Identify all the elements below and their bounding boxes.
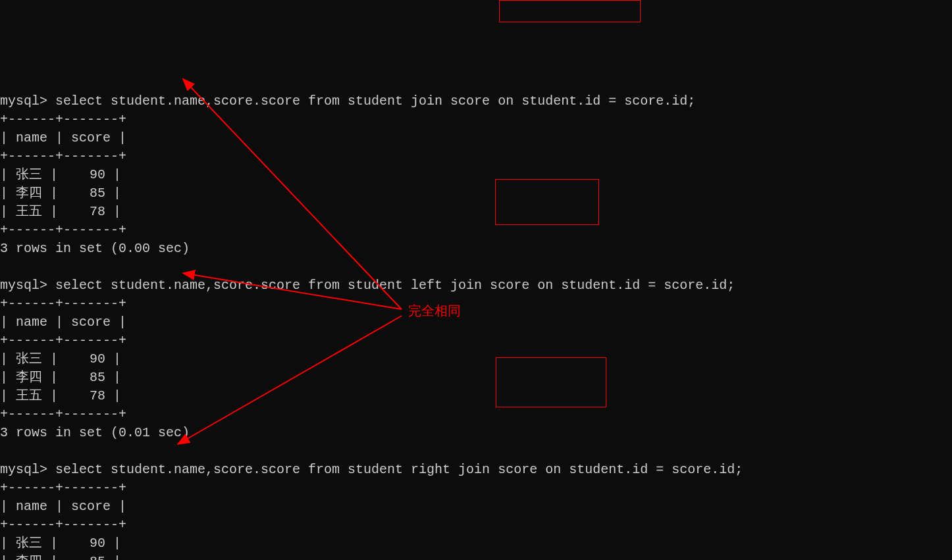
sql-query-1: select student.name,score.score from stu… bbox=[55, 93, 695, 109]
result-footer: 3 rows in set (0.00 sec) bbox=[0, 241, 190, 256]
highlight-box-3 bbox=[496, 357, 606, 407]
col-score: score bbox=[71, 130, 111, 145]
col-score: score bbox=[71, 315, 111, 330]
cell: 90 bbox=[90, 351, 105, 367]
cell: 张三 bbox=[16, 351, 42, 367]
cell: 85 bbox=[90, 554, 105, 560]
cell: 王五 bbox=[16, 204, 42, 219]
col-name: name bbox=[16, 499, 47, 514]
annotation-label: 完全相同 bbox=[408, 301, 461, 320]
cell: 90 bbox=[90, 167, 105, 182]
cell: 李四 bbox=[16, 370, 42, 385]
col-name: name bbox=[16, 130, 47, 145]
result-footer: 3 rows in set (0.01 sec) bbox=[0, 425, 190, 440]
sql-query-3: select student.name,score.score from stu… bbox=[55, 462, 743, 477]
cell: 85 bbox=[90, 370, 105, 385]
col-score: score bbox=[71, 499, 111, 514]
sql-query-2: select student.name,score.score from stu… bbox=[55, 278, 735, 293]
highlight-box-1 bbox=[499, 0, 641, 22]
mysql-prompt: mysql> bbox=[0, 278, 55, 293]
mysql-prompt: mysql> bbox=[0, 93, 55, 109]
col-name: name bbox=[16, 315, 47, 330]
cell: 王五 bbox=[16, 388, 42, 403]
cell: 85 bbox=[90, 186, 105, 201]
mysql-prompt: mysql> bbox=[0, 462, 55, 477]
cell: 78 bbox=[90, 388, 105, 403]
cell: 90 bbox=[90, 536, 105, 551]
terminal-output: mysql> select student.name,score.score f… bbox=[0, 74, 952, 560]
cell: 78 bbox=[90, 204, 105, 219]
cell: 张三 bbox=[16, 536, 42, 551]
cell: 张三 bbox=[16, 167, 42, 182]
highlight-box-2 bbox=[495, 179, 599, 225]
cell: 李四 bbox=[16, 186, 42, 201]
cell: 李四 bbox=[16, 554, 42, 560]
